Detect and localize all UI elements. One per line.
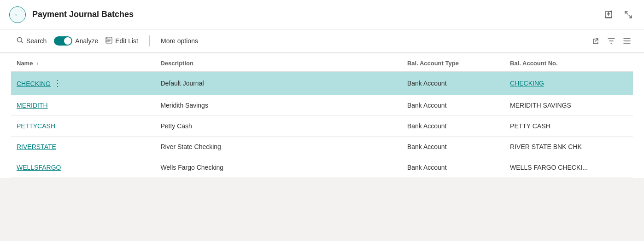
svg-rect-8 bbox=[106, 41, 107, 42]
table-row[interactable]: RIVERSTATERiver State CheckingBank Accou… bbox=[11, 137, 633, 157]
svg-rect-6 bbox=[106, 38, 107, 39]
table-row[interactable]: WELLSFARGOWells Fargo CheckingBank Accou… bbox=[11, 157, 633, 178]
view-options-icon bbox=[623, 37, 631, 45]
table-header: Name ↑ Description Bal. Account Type Bal… bbox=[11, 53, 633, 72]
col-header-description: Description bbox=[155, 53, 402, 72]
row-bal-account-no: MERIDITH SAVINGS bbox=[504, 95, 633, 116]
table-body: CHECKING⋮Default JournalBank AccountCHEC… bbox=[11, 72, 633, 178]
export-icon bbox=[604, 11, 613, 19]
more-options-label: More options bbox=[161, 37, 198, 45]
row-bal-account-type: Bank Account bbox=[402, 137, 504, 157]
export-icon-button[interactable] bbox=[603, 9, 615, 21]
edit-list-icon bbox=[105, 37, 112, 45]
more-options-button[interactable]: More options bbox=[155, 34, 204, 47]
row-name-link[interactable]: CHECKING bbox=[17, 80, 51, 87]
analyze-toggle[interactable]: Analyze bbox=[54, 36, 98, 46]
row-description: River State Checking bbox=[155, 137, 402, 157]
col-header-name: Name ↑ bbox=[11, 53, 155, 72]
row-bal-account-no: CHECKING bbox=[504, 72, 633, 95]
toggle-track[interactable] bbox=[54, 36, 72, 46]
sort-arrow-name: ↑ bbox=[36, 61, 39, 66]
search-button[interactable]: Search bbox=[11, 34, 52, 48]
header-left: ← Payment Journal Batches bbox=[9, 6, 134, 23]
row-actions-menu[interactable]: ⋮ bbox=[51, 78, 64, 88]
toolbar: Search Analyze Edit List More options bbox=[0, 29, 644, 53]
row-description: Petty Cash bbox=[155, 116, 402, 137]
analyze-label: Analyze bbox=[75, 37, 98, 45]
row-bal-account-type: Bank Account bbox=[402, 72, 504, 95]
row-name-link[interactable]: RIVERSTATE bbox=[17, 143, 56, 150]
row-name-link[interactable]: MERIDITH bbox=[17, 102, 48, 109]
col-header-bal-account-no: Bal. Account No. bbox=[504, 53, 633, 72]
main-content: Name ↑ Description Bal. Account Type Bal… bbox=[0, 53, 644, 178]
row-bal-account-type: Bank Account bbox=[402, 157, 504, 178]
row-bal-account-no: WELLS FARGO CHECKI... bbox=[504, 157, 633, 178]
row-bal-account-no: RIVER STATE BNK CHK bbox=[504, 137, 633, 157]
col-header-bal-account-type: Bal. Account Type bbox=[402, 53, 504, 72]
row-bal-account-no-link[interactable]: CHECKING bbox=[510, 80, 544, 87]
view-icon-button[interactable] bbox=[621, 35, 633, 47]
table-row[interactable]: PETTYCASHPetty CashBank AccountPETTY CAS… bbox=[11, 116, 633, 137]
toggle-thumb bbox=[64, 37, 71, 45]
expand-icon bbox=[624, 10, 633, 19]
svg-rect-7 bbox=[106, 40, 107, 41]
back-button[interactable]: ← bbox=[9, 6, 26, 23]
row-name-link[interactable]: WELLSFARGO bbox=[17, 164, 61, 171]
row-bal-account-type: Bank Account bbox=[402, 95, 504, 116]
row-name-link[interactable]: PETTYCASH bbox=[17, 122, 55, 130]
row-bal-account-type: Bank Account bbox=[402, 116, 504, 137]
share-icon bbox=[591, 37, 600, 45]
data-table: Name ↑ Description Bal. Account Type Bal… bbox=[11, 53, 633, 178]
row-description: Meridith Savings bbox=[155, 95, 402, 116]
toolbar-divider bbox=[149, 35, 150, 46]
toolbar-right bbox=[590, 35, 633, 47]
search-label: Search bbox=[26, 37, 47, 45]
edit-list-label: Edit List bbox=[115, 37, 138, 45]
header-right bbox=[603, 8, 635, 21]
page-header: ← Payment Journal Batches bbox=[0, 0, 644, 29]
table-row[interactable]: CHECKING⋮Default JournalBank AccountCHEC… bbox=[11, 72, 633, 95]
page-title: Payment Journal Batches bbox=[32, 10, 134, 19]
edit-list-button[interactable]: Edit List bbox=[100, 34, 144, 48]
row-bal-account-no: PETTY CASH bbox=[504, 116, 633, 137]
filter-icon-button[interactable] bbox=[605, 35, 617, 47]
filter-icon bbox=[607, 37, 615, 45]
search-icon bbox=[17, 37, 23, 45]
share-icon-button[interactable] bbox=[590, 35, 602, 47]
table-row[interactable]: MERIDITHMeridith SavingsBank AccountMERI… bbox=[11, 95, 633, 116]
row-description: Default Journal bbox=[155, 72, 402, 95]
row-description: Wells Fargo Checking bbox=[155, 157, 402, 178]
fullscreen-icon-button[interactable] bbox=[622, 8, 635, 21]
